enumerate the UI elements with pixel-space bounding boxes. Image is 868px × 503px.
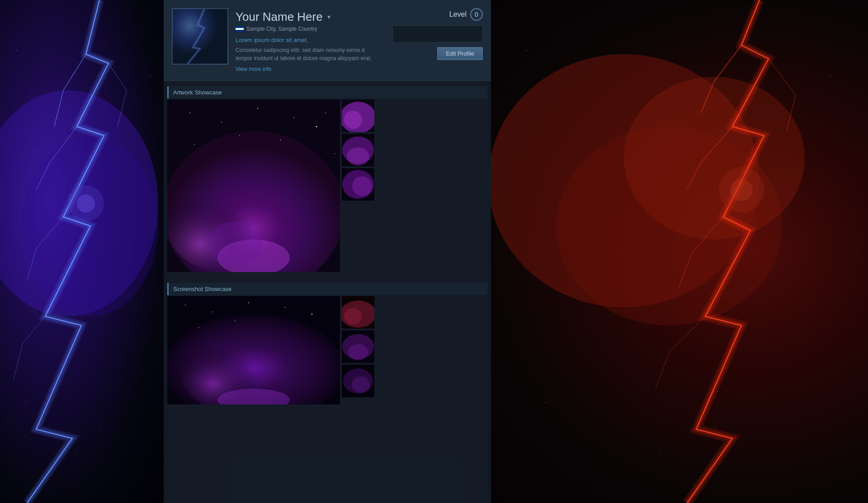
svg-point-14 — [221, 122, 222, 122]
screenshot-showcase-header: Screenshot Showcase — [167, 283, 487, 295]
screenshot-thumbnails — [342, 296, 374, 404]
profile-info: Your Name Here ▼ Sample City, Sample Cou… — [236, 8, 376, 72]
artwork-showcase-header: Artwork Showcase — [167, 86, 487, 99]
bio-link[interactable]: Lorem ipsum dolor sit amet, — [236, 37, 376, 43]
svg-point-18 — [194, 144, 195, 145]
screenshot-main-inner — [167, 296, 340, 404]
svg-point-50 — [348, 344, 368, 360]
center-panel: Your Name Here ▼ Sample City, Sample Cou… — [164, 0, 491, 503]
svg-point-8 — [730, 179, 753, 201]
level-value: 0 — [475, 11, 478, 18]
bg-left — [0, 0, 167, 503]
svg-point-47 — [344, 308, 362, 324]
edit-profile-button[interactable]: Edit Profile — [437, 47, 483, 60]
svg-point-17 — [316, 126, 317, 127]
svg-point-20 — [280, 140, 281, 141]
svg-point-24 — [208, 221, 262, 267]
avatar-image — [173, 9, 227, 64]
artwork-grid — [167, 99, 487, 272]
artwork-thumbnails — [342, 99, 374, 272]
screenshot-grid — [167, 296, 487, 404]
artwork-thumb-1[interactable] — [342, 99, 374, 132]
artwork-main-inner — [167, 99, 340, 272]
artwork-showcase-section: Artwork Showcase — [164, 86, 491, 277]
artwork-thumb-3[interactable] — [342, 168, 374, 201]
svg-point-41 — [311, 314, 313, 315]
profile-right: Level 0 Edit Profile — [383, 8, 483, 60]
svg-point-43 — [235, 320, 236, 321]
screenshot-thumb-1[interactable] — [342, 296, 374, 329]
profile-name: Your Name Here ▼ — [236, 10, 376, 24]
avatar — [172, 8, 228, 65]
svg-point-3 — [77, 194, 95, 212]
svg-point-40 — [284, 307, 285, 308]
svg-point-15 — [257, 108, 258, 109]
screenshot-thumb-2[interactable] — [342, 330, 374, 363]
profile-location: Sample City, Sample Country — [236, 26, 376, 32]
view-more-link[interactable]: View more info — [236, 66, 376, 72]
svg-point-42 — [198, 327, 199, 328]
bio-text: Consetetur sadipscing elitr, sed diam no… — [236, 46, 376, 62]
level-label: Level — [449, 10, 467, 19]
svg-point-37 — [185, 305, 186, 306]
level-display: Level 0 — [449, 8, 483, 21]
flag-icon — [236, 26, 244, 32]
red-lightning-icon — [488, 0, 868, 503]
svg-point-38 — [212, 311, 213, 312]
profile-section: Your Name Here ▼ Sample City, Sample Cou… — [164, 0, 491, 81]
screenshot-showcase-section: Screenshot Showcase — [164, 283, 491, 410]
screenshot-thumb-3[interactable] — [342, 365, 374, 397]
name-dropdown-icon[interactable]: ▼ — [326, 14, 332, 20]
svg-point-13 — [189, 113, 190, 113]
svg-point-22 — [334, 153, 335, 154]
svg-point-21 — [325, 113, 326, 113]
svg-point-30 — [347, 147, 369, 165]
level-badge: 0 — [470, 8, 483, 21]
screenshot-main-image[interactable] — [167, 296, 340, 404]
username: Your Name Here — [236, 10, 323, 24]
svg-point-27 — [344, 111, 362, 129]
svg-point-33 — [352, 176, 372, 196]
artwork-thumb-2[interactable] — [342, 134, 374, 166]
svg-point-16 — [293, 117, 294, 118]
location-text: Sample City, Sample Country — [246, 26, 317, 32]
bg-right — [488, 0, 868, 503]
artwork-main-image[interactable] — [167, 99, 340, 272]
blue-lightning-icon — [0, 0, 167, 503]
svg-point-53 — [352, 376, 370, 393]
svg-point-39 — [248, 302, 249, 303]
xp-bar-container — [392, 25, 483, 42]
svg-point-6 — [624, 77, 805, 240]
svg-point-19 — [239, 135, 240, 136]
